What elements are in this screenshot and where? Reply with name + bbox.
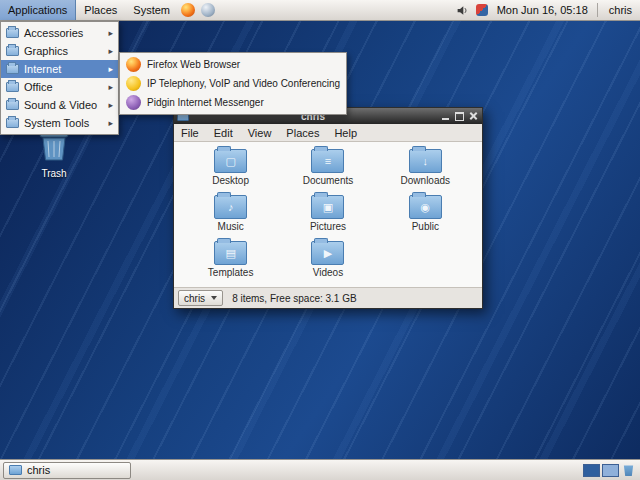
user-switcher[interactable]: chris [601,4,640,16]
folder-item-videos[interactable]: ▶ Videos [283,241,373,278]
folder-emblem: ↓ [423,156,429,167]
submenu-arrow-icon [108,46,113,56]
folder-item-music[interactable]: ♪ Music [186,195,276,232]
window-menubar: File Edit View Places Help [174,124,482,142]
menu-item-accessories[interactable]: Accessories [1,24,118,42]
menu-places[interactable]: Places [286,127,319,139]
menu-help[interactable]: Help [334,127,357,139]
menu-item-graphics[interactable]: Graphics [1,42,118,60]
menu-item-internet[interactable]: Internet [1,60,118,78]
applications-menu: Accessories Graphics Internet Office Sou… [0,21,119,135]
folder-item-downloads[interactable]: ↓ Downloads [380,149,470,186]
submenu-arrow-icon [108,82,113,92]
trash-label: Trash [28,168,80,179]
app-launcher-icon[interactable] [201,3,215,17]
maximize-button[interactable] [453,110,465,122]
submenu-arrow-icon [108,64,113,74]
workspace-1[interactable] [583,464,600,477]
menu-item-label: Office [24,81,53,93]
panel-separator [597,3,598,17]
folder-item-public[interactable]: ◉ Public [380,195,470,232]
pidgin-icon [126,95,141,110]
pictures-folder-icon: ▣ [311,195,344,219]
submenu-item-label: IP Telephony, VoIP and Video Conferencin… [147,78,340,89]
window-list-folder-icon [9,465,22,475]
desktop-folder-icon: ▢ [214,149,247,173]
menu-item-label: Sound & Video [24,99,97,111]
folder-item-pictures[interactable]: ▣ Pictures [283,195,373,232]
location-combo[interactable]: chris [178,290,223,306]
menu-item-sound-video[interactable]: Sound & Video [1,96,118,114]
folder-label: Public [412,221,439,232]
taskbar-window-button[interactable]: chris [3,462,131,479]
folder-label: Videos [313,267,343,278]
trash-desktop-icon[interactable]: Trash [28,128,80,179]
bottom-panel: chris [0,459,640,480]
accessories-category-icon [6,28,19,38]
file-manager-window: chris File Edit View Places Help ▢ Deskt… [173,107,483,309]
notification-icon[interactable] [476,4,488,16]
submenu-arrow-icon [108,118,113,128]
folder-label: Documents [303,175,354,186]
folder-emblem: ≡ [325,156,331,167]
taskbar-window-label: chris [27,464,50,476]
folder-label: Pictures [310,221,346,232]
submenu-arrow-icon [108,28,113,38]
submenu-item-label: Pidgin Internet Messenger [147,97,264,108]
sound-video-category-icon [6,100,19,110]
file-icon-view: ▢ Desktop ≡ Documents ↓ Downloads ♪ Musi… [174,142,482,287]
submenu-item-pidgin[interactable]: Pidgin Internet Messenger [120,93,346,112]
menu-edit[interactable]: Edit [214,127,233,139]
submenu-item-firefox[interactable]: Firefox Web Browser [120,55,346,74]
internet-category-icon [6,64,19,74]
folder-item-documents[interactable]: ≡ Documents [283,149,373,186]
submenu-item-voip[interactable]: IP Telephony, VoIP and Video Conferencin… [120,74,346,93]
folder-emblem: ▣ [323,202,333,213]
menu-item-label: Graphics [24,45,68,57]
folder-label: Desktop [212,175,249,186]
chevron-down-icon [211,296,217,300]
trash-applet-icon[interactable] [623,464,634,476]
templates-folder-icon: ▤ [214,241,247,265]
folder-item-templates[interactable]: ▤ Templates [186,241,276,278]
folder-emblem: ◉ [421,202,431,213]
firefox-launcher-icon[interactable] [181,3,195,17]
downloads-folder-icon: ↓ [409,149,442,173]
menu-item-system-tools[interactable]: System Tools [1,114,118,132]
folder-emblem: ♪ [228,202,234,213]
voip-phone-icon [126,76,141,91]
applications-menu-button[interactable]: Applications [0,0,76,20]
menu-item-label: Accessories [24,27,83,39]
menu-item-label: System Tools [24,117,89,129]
volume-icon[interactable] [456,3,470,17]
folder-emblem: ▢ [225,156,235,167]
menu-view[interactable]: View [248,127,272,139]
menu-item-office[interactable]: Office [1,78,118,96]
videos-folder-icon: ▶ [311,241,344,265]
firefox-icon [126,57,141,72]
folder-emblem: ▤ [225,248,235,259]
music-folder-icon: ♪ [214,195,247,219]
menu-file[interactable]: File [181,127,199,139]
close-button[interactable] [467,110,479,122]
window-statusbar: chris 8 items, Free space: 3.1 GB [174,287,482,308]
menu-item-label: Internet [24,63,61,75]
location-label: chris [184,293,205,304]
internet-submenu: Firefox Web Browser IP Telephony, VoIP a… [119,52,347,115]
submenu-item-label: Firefox Web Browser [147,59,240,70]
folder-label: Downloads [401,175,450,186]
system-tools-category-icon [6,118,19,128]
clock[interactable]: Mon Jun 16, 05:18 [491,4,594,16]
minimize-button[interactable] [439,110,451,122]
workspace-switcher [583,464,619,477]
places-menu-button[interactable]: Places [76,0,125,20]
graphics-category-icon [6,46,19,56]
folder-item-desktop[interactable]: ▢ Desktop [186,149,276,186]
public-folder-icon: ◉ [409,195,442,219]
submenu-arrow-icon [108,100,113,110]
workspace-2[interactable] [602,464,619,477]
office-category-icon [6,82,19,92]
folder-label: Music [218,221,244,232]
system-menu-button[interactable]: System [125,0,178,20]
status-text: 8 items, Free space: 3.1 GB [232,293,357,304]
